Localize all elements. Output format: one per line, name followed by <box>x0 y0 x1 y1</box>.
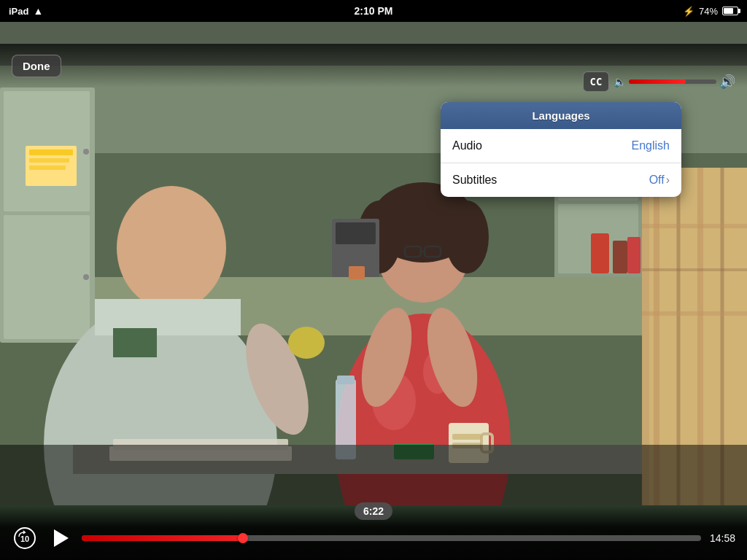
playback-controls-row: 10 14:58 <box>12 525 735 551</box>
popup-title: Languages <box>532 109 589 122</box>
svg-rect-32 <box>452 434 481 440</box>
volume-low-icon: 🔈 <box>614 76 626 88</box>
subtitle-toggle-button[interactable]: CC <box>583 71 609 92</box>
audio-row[interactable]: Audio English <box>441 129 681 163</box>
video-area: Done CC 🔈 🔊 Languages Audio English <box>0 22 747 560</box>
svg-rect-54 <box>627 237 640 273</box>
svg-point-7 <box>83 149 89 155</box>
svg-rect-60 <box>0 445 747 505</box>
battery-indicator <box>722 7 738 15</box>
languages-popup: Languages Audio English Subtitles Off › <box>441 102 681 197</box>
svg-rect-6 <box>4 215 90 339</box>
bluetooth-icon: ⚡ <box>683 6 694 17</box>
done-button[interactable]: Done <box>12 55 61 77</box>
svg-rect-58 <box>29 166 66 170</box>
audio-value-text: English <box>632 139 670 152</box>
svg-rect-51 <box>349 266 365 279</box>
status-bar: iPad ▲ 2:10 PM ⚡ 74% <box>0 0 747 22</box>
volume-fill <box>629 79 686 84</box>
audio-value: English <box>632 139 670 152</box>
bottom-controls: 6:22 10 14:58 <box>0 505 747 560</box>
subtitles-label: Subtitles <box>452 174 497 187</box>
volume-bar[interactable] <box>629 79 716 84</box>
subtitles-value-text: Off <box>649 174 665 187</box>
subtitles-value: Off › <box>649 174 670 187</box>
subtitles-chevron-icon: › <box>666 174 670 187</box>
time-display: 2:10 PM <box>355 5 393 17</box>
svg-rect-29 <box>337 376 355 384</box>
current-time-bubble: 6:22 <box>355 502 392 520</box>
svg-point-10 <box>117 186 226 310</box>
top-controls: Done CC 🔈 🔊 <box>0 44 747 88</box>
current-time-text: 6:22 <box>363 505 384 517</box>
svg-rect-57 <box>29 158 69 163</box>
subtitle-icon: CC <box>590 76 603 88</box>
time-remaining: 14:58 <box>710 532 735 544</box>
play-button[interactable] <box>47 525 73 551</box>
rewind-button[interactable]: 10 <box>12 525 38 551</box>
volume-control[interactable]: 🔈 🔊 <box>614 74 735 90</box>
svg-point-8 <box>83 274 89 280</box>
progress-thumb <box>238 533 248 543</box>
svg-rect-50 <box>336 222 376 244</box>
progress-bar[interactable] <box>82 535 701 541</box>
svg-text:10: 10 <box>20 534 29 543</box>
volume-area: CC 🔈 🔊 <box>583 71 735 92</box>
video-frame <box>0 22 747 505</box>
device-label: iPad <box>9 6 28 17</box>
svg-point-21 <box>445 201 489 273</box>
battery-percent: 74% <box>699 6 718 17</box>
svg-rect-53 <box>613 241 627 273</box>
svg-rect-12 <box>113 328 157 357</box>
popup-header: Languages <box>441 102 681 129</box>
audio-label: Audio <box>452 139 482 152</box>
progress-fill <box>82 535 243 541</box>
wifi-icon: ▲ <box>33 5 43 17</box>
svg-marker-63 <box>54 529 69 547</box>
volume-high-icon: 🔊 <box>719 74 735 90</box>
svg-point-14 <box>288 327 325 359</box>
svg-rect-52 <box>591 233 609 273</box>
svg-rect-56 <box>29 149 73 155</box>
subtitles-row[interactable]: Subtitles Off › <box>441 163 681 197</box>
